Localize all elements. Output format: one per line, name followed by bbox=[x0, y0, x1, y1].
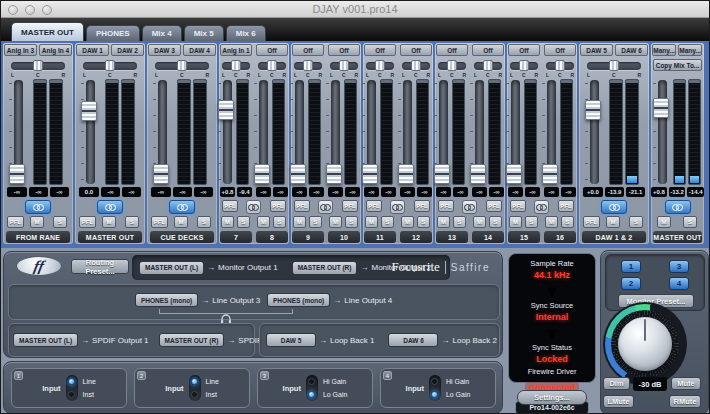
input-select-button[interactable]: Many... bbox=[678, 44, 702, 56]
pfl-button[interactable]: PFL bbox=[558, 200, 574, 212]
fader-track[interactable] bbox=[590, 80, 599, 184]
route-source-button[interactable]: PHONES (mono) bbox=[267, 293, 330, 307]
fader-handle[interactable] bbox=[653, 98, 669, 118]
radio-hi-gain[interactable] bbox=[431, 378, 438, 385]
pan-handle[interactable] bbox=[339, 60, 349, 71]
radio-inst[interactable] bbox=[68, 391, 75, 398]
pan-handle[interactable] bbox=[555, 60, 565, 71]
input-option-label[interactable]: Lo Gain bbox=[323, 389, 348, 400]
pfl-button[interactable]: PFL bbox=[222, 200, 238, 212]
tab-mix-5[interactable]: Mix 5 bbox=[184, 25, 224, 41]
status-value[interactable]: 44.1 kHz bbox=[509, 269, 595, 281]
pan-slider[interactable] bbox=[11, 62, 65, 70]
input-option-label[interactable]: Hi Gain bbox=[323, 376, 348, 387]
pan-handle[interactable] bbox=[231, 60, 241, 71]
radio-line[interactable] bbox=[68, 378, 75, 385]
pan-handle[interactable] bbox=[375, 60, 385, 71]
status-value[interactable]: Internal bbox=[509, 311, 595, 323]
pan-slider[interactable] bbox=[438, 62, 466, 70]
fader-handle[interactable] bbox=[585, 100, 601, 120]
left-mute-button[interactable]: LMute bbox=[603, 395, 634, 408]
fader-handle[interactable] bbox=[506, 164, 522, 184]
speaker-button-4[interactable]: 4 bbox=[669, 277, 689, 290]
fader-handle[interactable] bbox=[153, 164, 169, 184]
pan-handle[interactable] bbox=[105, 60, 115, 71]
speaker-button-1[interactable]: 1 bbox=[621, 260, 641, 273]
route-source-button[interactable]: MASTER OUT (R) bbox=[292, 261, 358, 275]
mute-button[interactable]: M bbox=[509, 216, 522, 228]
route-source-button[interactable]: MASTER OUT (L) bbox=[139, 261, 204, 275]
stereo-link-button[interactable] bbox=[97, 200, 123, 214]
solo-button[interactable]: S bbox=[453, 216, 466, 228]
stereo-link-button[interactable] bbox=[169, 200, 195, 214]
pan-handle[interactable] bbox=[267, 60, 277, 71]
mute-button[interactable]: M bbox=[257, 216, 270, 228]
input-select-button[interactable]: DAW 3 bbox=[148, 44, 181, 56]
pan-handle[interactable] bbox=[177, 60, 187, 71]
pan-slider[interactable] bbox=[330, 62, 358, 70]
pfl-button[interactable]: PFL bbox=[151, 216, 168, 228]
solo-button[interactable]: S bbox=[309, 216, 322, 228]
fader-handle[interactable] bbox=[81, 101, 97, 121]
radio-lo-gain[interactable] bbox=[431, 391, 438, 398]
input-select-button[interactable]: Anlg In 1 bbox=[220, 44, 252, 56]
radio-inst[interactable] bbox=[191, 391, 198, 398]
input-select-button[interactable]: Off bbox=[256, 44, 288, 56]
route-source-button[interactable]: DAW 6 bbox=[388, 333, 438, 347]
fader-handle[interactable] bbox=[470, 164, 486, 184]
input-option-label[interactable]: Inst bbox=[206, 389, 219, 400]
input-select-button[interactable]: Off bbox=[544, 44, 576, 56]
mute-button[interactable]: M bbox=[545, 216, 558, 228]
stereo-link-button[interactable] bbox=[665, 200, 691, 214]
solo-button[interactable]: S bbox=[683, 216, 697, 228]
solo-button[interactable]: S bbox=[53, 216, 67, 228]
pfl-button[interactable]: PFL bbox=[342, 200, 358, 212]
fader-handle[interactable] bbox=[362, 164, 378, 184]
pan-slider[interactable] bbox=[222, 62, 250, 70]
fader-handle[interactable] bbox=[542, 164, 558, 184]
solo-button[interactable]: S bbox=[125, 216, 139, 228]
dim-button[interactable]: Dim bbox=[603, 377, 630, 390]
route-source-button[interactable]: MASTER OUT (R) bbox=[159, 333, 225, 347]
pan-handle[interactable] bbox=[519, 60, 529, 71]
route-source-button[interactable]: MASTER OUT (L) bbox=[13, 333, 78, 347]
pfl-button[interactable]: PFL bbox=[583, 216, 600, 228]
fader-track[interactable] bbox=[223, 80, 232, 184]
input-option-label[interactable]: Line bbox=[206, 376, 219, 387]
pan-slider[interactable] bbox=[546, 62, 574, 70]
pfl-button[interactable]: PFL bbox=[79, 216, 96, 228]
pfl-button[interactable]: PFL bbox=[7, 216, 24, 228]
fader-handle[interactable] bbox=[9, 164, 25, 184]
route-source-button[interactable]: DAW 5 bbox=[266, 333, 316, 347]
pfl-button[interactable]: PFL bbox=[510, 200, 526, 212]
solo-button[interactable]: S bbox=[417, 216, 430, 228]
pan-slider[interactable] bbox=[366, 62, 394, 70]
input-select-button[interactable]: DAW 6 bbox=[615, 44, 648, 56]
stereo-link-button[interactable] bbox=[534, 200, 549, 214]
pan-handle[interactable] bbox=[609, 60, 619, 71]
input-select-button[interactable]: DAW 5 bbox=[580, 44, 613, 56]
input-select-button[interactable]: Off bbox=[364, 44, 396, 56]
radio-hi-gain[interactable] bbox=[308, 378, 315, 385]
solo-button[interactable]: S bbox=[561, 216, 574, 228]
mute-button[interactable]: M bbox=[437, 216, 450, 228]
stereo-link-button[interactable] bbox=[318, 200, 333, 214]
fader-handle[interactable] bbox=[218, 100, 234, 120]
mute-button[interactable]: M bbox=[401, 216, 414, 228]
input-select-button[interactable]: Anlg In 3 bbox=[4, 44, 37, 56]
mute-button[interactable]: M bbox=[30, 216, 44, 228]
stereo-link-button[interactable] bbox=[601, 200, 627, 214]
mute-button[interactable]: M bbox=[102, 216, 116, 228]
solo-button[interactable]: S bbox=[629, 216, 643, 228]
pfl-button[interactable]: PFL bbox=[414, 200, 430, 212]
pan-handle[interactable] bbox=[303, 60, 313, 71]
pan-slider[interactable] bbox=[510, 62, 538, 70]
input-select-button[interactable]: Anlg In 4 bbox=[39, 44, 72, 56]
mute-button[interactable]: M bbox=[293, 216, 306, 228]
stereo-link-button[interactable] bbox=[462, 200, 477, 214]
mute-button[interactable]: M bbox=[473, 216, 486, 228]
pan-slider[interactable] bbox=[587, 62, 641, 70]
routing-preset-button[interactable]: Routing Preset... bbox=[71, 259, 129, 274]
pan-slider[interactable] bbox=[83, 62, 137, 70]
solo-button[interactable]: S bbox=[381, 216, 394, 228]
